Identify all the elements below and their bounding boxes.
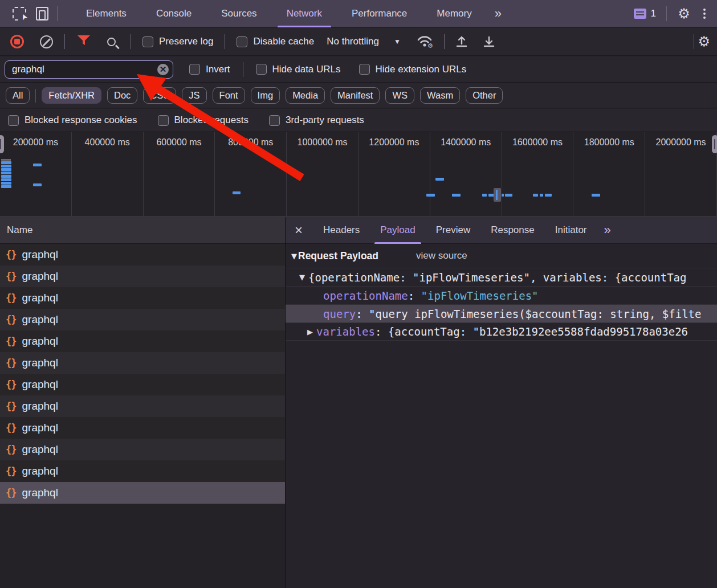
export-har-icon[interactable] <box>482 35 496 48</box>
payload-line[interactable]: ▼{operationName: "ipFlowTimeseries", var… <box>286 268 717 286</box>
request-row[interactable]: {}graphql <box>0 374 285 395</box>
chip-manifest[interactable]: Manifest <box>331 87 380 104</box>
json-file-icon: {} <box>6 249 16 260</box>
panel-tab-network[interactable]: Network <box>272 0 337 27</box>
network-settings-gear-icon[interactable]: ⚙ <box>698 35 710 48</box>
device-toolbar-icon[interactable] <box>31 2 54 25</box>
detail-tab-payload[interactable]: Payload <box>370 217 425 244</box>
throttling-dropdown[interactable]: No throttling ▼ <box>327 36 401 47</box>
timeline-request-bar <box>452 194 461 197</box>
invert-label: Invert <box>206 64 230 75</box>
request-payload-header[interactable]: ▼ Request Payload view source <box>286 244 717 268</box>
network-overview-timeline[interactable]: 200000 ms400000 ms600000 ms800000 ms1000… <box>0 132 717 217</box>
request-row[interactable]: {}graphql <box>0 309 285 330</box>
request-row[interactable]: {}graphql <box>0 417 285 439</box>
chip-img[interactable]: Img <box>251 87 280 104</box>
chip-ws[interactable]: WS <box>385 87 414 104</box>
chip-doc[interactable]: Doc <box>107 87 137 104</box>
toolbar-divider <box>64 34 65 49</box>
chip-wasm[interactable]: Wasm <box>420 87 460 104</box>
import-har-icon[interactable] <box>455 35 469 48</box>
detail-tab-headers[interactable]: Headers <box>313 217 370 244</box>
request-row[interactable]: {}graphql <box>0 266 285 287</box>
chevron-down-icon: ▼ <box>394 38 401 46</box>
chip-divider <box>35 89 36 103</box>
request-row[interactable]: {}graphql <box>0 352 285 374</box>
toolbar-divider <box>225 34 225 49</box>
disable-cache-label: Disable cache <box>253 36 314 47</box>
expand-triangle-icon[interactable]: ▼ <box>296 273 308 281</box>
issues-bubble-icon <box>634 9 646 19</box>
panel-tab-console[interactable]: Console <box>141 0 206 27</box>
requests-panel: Name {}graphql{}graphql{}graphql{}graphq… <box>0 217 286 588</box>
record-network-log-button[interactable] <box>10 35 24 48</box>
filter-toggle-icon[interactable] <box>78 35 90 48</box>
request-name: graphql <box>22 292 58 304</box>
chip-media[interactable]: Media <box>286 87 325 104</box>
chip-fetch-xhr[interactable]: Fetch/XHR <box>42 87 101 104</box>
request-row[interactable]: {}graphql <box>0 460 285 482</box>
third-party-requests-checkbox[interactable]: 3rd-party requests <box>269 115 364 126</box>
blocked-requests-checkbox[interactable]: Blocked requests <box>158 115 248 126</box>
chip-font[interactable]: Font <box>213 87 245 104</box>
payload-line[interactable]: query: "query ipFlowTimeseries($accountT… <box>286 304 717 322</box>
request-name: graphql <box>22 248 58 261</box>
request-name: graphql <box>22 335 58 348</box>
search-icon[interactable] <box>107 38 116 46</box>
more-options-icon[interactable] <box>698 9 711 19</box>
request-row[interactable]: {}graphql <box>0 482 285 504</box>
timeline-selected-marker <box>494 188 501 202</box>
request-row[interactable]: {}graphql <box>0 287 285 309</box>
clear-network-log-button[interactable] <box>40 35 53 48</box>
filter-input-wrap: ✕ <box>5 60 173 79</box>
json-file-icon: {} <box>6 336 16 347</box>
overview-right-handle[interactable] <box>712 135 717 153</box>
requests-name-column-header[interactable]: Name <box>0 217 285 244</box>
timeline-request-bar <box>1 168 11 171</box>
panel-tab-sources[interactable]: Sources <box>206 0 271 27</box>
clear-filter-icon[interactable]: ✕ <box>157 64 169 75</box>
request-row[interactable]: {}graphql <box>0 244 285 266</box>
network-conditions-icon[interactable]: ⚙ <box>417 35 434 48</box>
network-filter-bar: ✕ Invert Hide data URLs Hide extension U… <box>0 56 717 83</box>
timeline-request-bar <box>482 194 487 197</box>
close-detail-icon[interactable]: × <box>286 223 313 237</box>
timeline-request-bar <box>540 194 543 197</box>
chip-all[interactable]: All <box>6 87 30 104</box>
request-detail-panel: × HeadersPayloadPreviewResponseInitiator… <box>286 217 717 588</box>
panel-tab-memory[interactable]: Memory <box>422 0 486 27</box>
panel-tab-performance[interactable]: Performance <box>337 0 422 27</box>
filter-input[interactable] <box>5 60 173 79</box>
chip-js[interactable]: JS <box>182 87 206 104</box>
invert-checkbox[interactable]: Invert <box>189 64 230 75</box>
more-panels-button[interactable]: » <box>487 6 508 21</box>
request-row[interactable]: {}graphql <box>0 439 285 460</box>
blocked-response-cookies-checkbox[interactable]: Blocked response cookies <box>8 115 137 126</box>
detail-more-tabs-icon[interactable]: » <box>597 223 617 238</box>
payload-line[interactable]: operationName: "ipFlowTimeseries" <box>286 286 717 304</box>
preserve-log-checkbox[interactable]: Preserve log <box>142 36 213 47</box>
issues-counter[interactable]: 1 <box>629 8 661 19</box>
third-party-requests-label: 3rd-party requests <box>286 115 364 126</box>
chip-other[interactable]: Other <box>466 87 503 104</box>
view-source-button[interactable]: view source <box>416 250 467 262</box>
hide-extension-urls-checkbox[interactable]: Hide extension URLs <box>359 64 467 75</box>
payload-line[interactable]: ▶variables: {accountTag: "b12e3b2192ee55… <box>286 322 717 341</box>
request-name: graphql <box>22 378 58 391</box>
overview-left-handle[interactable] <box>0 135 4 153</box>
expand-triangle-icon[interactable]: ▶ <box>304 328 316 336</box>
request-row[interactable]: {}graphql <box>0 395 285 417</box>
detail-tab-preview[interactable]: Preview <box>426 217 480 244</box>
disable-cache-checkbox[interactable]: Disable cache <box>237 36 314 47</box>
chip-css[interactable]: CSS <box>143 87 176 104</box>
request-name: graphql <box>22 357 58 369</box>
settings-gear-icon[interactable]: ⚙ <box>673 2 695 25</box>
request-type-chips: AllFetch/XHRDocCSSJSFontImgMediaManifest… <box>0 83 717 108</box>
detail-tab-response[interactable]: Response <box>480 217 545 244</box>
request-row[interactable]: {}graphql <box>0 330 285 352</box>
detail-tab-initiator[interactable]: Initiator <box>545 217 597 244</box>
hide-data-urls-checkbox[interactable]: Hide data URLs <box>256 64 341 75</box>
panel-tab-elements[interactable]: Elements <box>71 0 141 27</box>
inspect-element-icon[interactable] <box>8 2 31 25</box>
issues-count: 1 <box>651 8 656 19</box>
